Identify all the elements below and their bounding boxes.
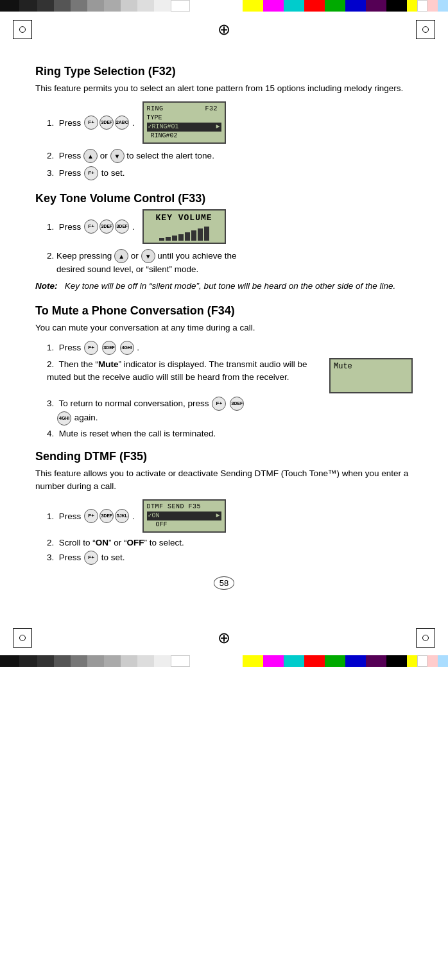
dtmf-title: Sending DTMF (F35) bbox=[35, 450, 413, 463]
vol-bar-7 bbox=[198, 228, 203, 241]
ring-step3: 3. Press F+ to set. bbox=[47, 166, 413, 180]
ring-btn-2abc: 2ABC bbox=[115, 116, 129, 130]
mute-desc: You can mute your conversation at any ti… bbox=[35, 322, 413, 334]
vol-bar-2 bbox=[166, 237, 171, 241]
dtmf-on-bold: ON bbox=[96, 538, 108, 547]
mute-step4: 4. Mute is reset when the call is termin… bbox=[47, 429, 413, 438]
dtmf-lcd-on: ✓ON bbox=[148, 511, 160, 520]
ring-lcd-arrow: ► bbox=[216, 123, 220, 132]
key-btn-up: ▲ bbox=[114, 249, 128, 263]
key-btn-fx: F+ bbox=[84, 219, 98, 234]
corner-marks-bottom bbox=[0, 620, 448, 655]
main-content: Ring Type Selection (F32) This feature p… bbox=[0, 47, 448, 614]
key-tone-section: Key Tone Volume Control (F33) 1. Press F… bbox=[35, 192, 413, 293]
corner-mark-tr bbox=[416, 20, 435, 39]
dtmf-step1-prefix: 1. Press bbox=[47, 511, 83, 521]
ring-type-desc: This feature permits you to select an al… bbox=[35, 82, 413, 95]
mute-step2-text: 2. Then the “Mute” indicator is displaye… bbox=[47, 358, 323, 384]
mute-lcd: Mute bbox=[329, 358, 413, 393]
corner-mark-bl bbox=[13, 628, 32, 648]
ring-lcd-row3: ✓RING#01 ► bbox=[147, 123, 221, 132]
ring-lcd-selected: ✓RING#01 bbox=[148, 123, 179, 132]
dtmf-section: Sending DTMF (F35) This feature allows y… bbox=[35, 450, 413, 565]
dtmf-step1: 1. Press F+ 3DEF 5JKL . DTMF SEND F35 ✓O… bbox=[35, 499, 413, 533]
mute-btn-4ghi: 4GHI bbox=[120, 341, 134, 355]
key-lcd-bars bbox=[147, 227, 221, 241]
crosshair-bottom-icon bbox=[215, 629, 233, 647]
mute-bold: Mute bbox=[98, 359, 119, 369]
mute-step2: 2. Then the “Mute” indicator is displaye… bbox=[35, 358, 413, 393]
dtmf-off-bold: OFF bbox=[127, 538, 144, 547]
crosshair-top bbox=[215, 21, 233, 39]
mute-step1: 1. Press F+ 3DEF 4GHI . bbox=[47, 341, 413, 355]
ring-step1-prefix: 1. Press bbox=[47, 118, 83, 128]
dtmf-lcd-arrow: ► bbox=[216, 511, 220, 520]
mute-lcd-text: Mute bbox=[334, 361, 408, 372]
ring-btn-fx: F+ bbox=[84, 116, 98, 130]
key-step1: 1. Press F+ 3DEF 3DEF . KEY VOLUME bbox=[35, 209, 413, 244]
ring-btn-down: ▼ bbox=[110, 149, 125, 163]
vol-bar-6 bbox=[191, 230, 196, 241]
crosshair-icon bbox=[215, 21, 233, 39]
note-label: Note: bbox=[35, 281, 58, 291]
key-btn-down: ▼ bbox=[141, 249, 155, 263]
vol-bar-3 bbox=[172, 236, 177, 241]
mute-section: To Mute a Phone Conversation (F34) You c… bbox=[35, 304, 413, 438]
key-step1-dot: . bbox=[130, 222, 135, 232]
ring-lcd: RING F32 TYPE ✓RING#01 ► RING#02 bbox=[142, 101, 226, 144]
key-btn-3def-2: 3DEF bbox=[115, 219, 129, 234]
ring-lcd-row1: RING F32 bbox=[147, 105, 221, 114]
key-note: Note: Key tone will be off in “silent mo… bbox=[35, 280, 413, 293]
ring-step3-btn: F+ bbox=[84, 166, 98, 180]
ring-btn-up: ▲ bbox=[83, 149, 98, 163]
dtmf-step1-dot: . bbox=[130, 511, 135, 521]
dtmf-lcd-row3: OFF bbox=[147, 520, 221, 529]
vol-bar-5 bbox=[185, 232, 190, 241]
dtmf-lcd: DTMF SEND F35 ✓ON ► OFF bbox=[142, 499, 226, 533]
crosshair-bottom bbox=[215, 629, 233, 647]
mute-btn-3def: 3DEF bbox=[102, 341, 116, 355]
mute-btn-fx: F+ bbox=[84, 341, 98, 355]
dtmf-step2: 2. Scroll to “ON” or “OFF” to select. bbox=[47, 538, 413, 547]
key-lcd-title: KEY VOLUME bbox=[147, 212, 221, 224]
dtmf-btn-fx: F+ bbox=[84, 509, 98, 523]
dtmf-step3-btn: F+ bbox=[84, 551, 98, 565]
ring-lcd-row4: RING#02 bbox=[147, 132, 221, 141]
key-step2: 2. Keep pressing ▲ or ▼ until you achiev… bbox=[47, 249, 413, 276]
key-lcd: KEY VOLUME bbox=[142, 209, 226, 244]
page-number: 58 bbox=[35, 578, 413, 588]
corner-mark-br bbox=[416, 628, 435, 648]
vol-bar-4 bbox=[178, 234, 184, 241]
dtmf-lcd-row1: DTMF SEND F35 bbox=[147, 503, 221, 511]
ring-step1: 1. Press F+ 3DEF 2ABC . RING F32 TYPE ✓R… bbox=[35, 101, 413, 144]
mute-lcd-empty bbox=[334, 372, 408, 390]
page-num-circle: 58 bbox=[214, 576, 234, 590]
mute-step3-btn-3def: 3DEF bbox=[230, 397, 244, 411]
mute-step3-btn-fx: F+ bbox=[212, 397, 226, 411]
note-text: Key tone will be off in “silent mode”, b… bbox=[60, 281, 395, 291]
ring-step2: 2. Press ▲ or ▼ to select the alert tone… bbox=[47, 149, 413, 163]
ring-btn-3def: 3DEF bbox=[99, 116, 114, 130]
vol-bar-8 bbox=[204, 227, 209, 241]
mute-title: To Mute a Phone Conversation (F34) bbox=[35, 304, 413, 318]
mute-step3-btn-4ghi: 4GHI bbox=[57, 411, 71, 426]
dtmf-step3: 3. Press F+ to set. bbox=[47, 551, 413, 565]
dtmf-desc: This feature allows you to activate or d… bbox=[35, 467, 413, 494]
key-btn-3def-1: 3DEF bbox=[99, 219, 114, 234]
dtmf-btn-3def: 3DEF bbox=[99, 509, 114, 523]
corner-marks-top bbox=[0, 12, 448, 47]
dtmf-btn-5jkl: 5JKL bbox=[115, 509, 129, 523]
color-bar-top bbox=[0, 0, 448, 12]
vol-bar-1 bbox=[159, 238, 164, 241]
color-bar-bottom bbox=[0, 655, 448, 667]
corner-mark-tl bbox=[13, 20, 32, 39]
key-tone-title: Key Tone Volume Control (F33) bbox=[35, 192, 413, 205]
mute-step3: 3. To return to normal conversation, pre… bbox=[47, 397, 413, 426]
ring-type-section: Ring Type Selection (F32) This feature p… bbox=[35, 65, 413, 180]
ring-step1-dot: . bbox=[130, 118, 135, 128]
dtmf-lcd-row2: ✓ON ► bbox=[147, 511, 221, 520]
key-step1-prefix: 1. Press bbox=[47, 222, 83, 232]
ring-type-title: Ring Type Selection (F32) bbox=[35, 65, 413, 78]
ring-lcd-row2: TYPE bbox=[147, 114, 221, 123]
